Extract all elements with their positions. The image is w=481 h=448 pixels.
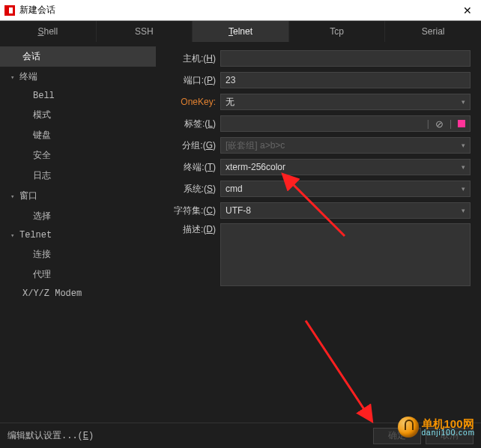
sidebar-item-select[interactable]: 选择 [0,206,156,226]
desc-label: 描述:(D) [160,223,220,236]
edit-defaults-link[interactable]: 编辑默认设置...(E) [7,429,94,442]
bottom-bar: 编辑默认设置...(E) 确定 取消 [0,423,481,448]
ok-button[interactable]: 确定 [373,428,421,444]
host-label: 主机:(H) [160,52,220,65]
chevron-down-icon: ▾ [462,163,465,171]
system-label: 系统:(S) [160,183,220,196]
port-label: 端口:(P) [160,74,220,87]
tag-label: 标签:(L) [160,118,220,130]
tab-serial[interactable]: Serial [385,21,481,42]
sidebar-item-session[interactable]: 会话 [0,46,156,67]
category-sidebar: 会话 终端 Bell 模式 键盘 安全 日志 窗口 选择 Telnet 连接 代… [0,42,156,420]
charset-label: 字符集:(C) [160,205,220,217]
close-icon[interactable]: ✕ [459,4,477,16]
terminal-label: 终端:(T) [160,161,220,174]
charset-select[interactable]: UTF-8▾ [220,202,471,219]
sidebar-group-window[interactable]: 窗口 [0,186,156,206]
onekey-label: OneKey: [160,97,220,107]
sidebar-item-connect[interactable]: 连接 [0,244,156,264]
tag-clear-icon[interactable]: ⊘ [435,118,444,130]
description-textarea[interactable] [220,223,471,286]
tab-ssh[interactable]: SSH [97,21,193,42]
divider: | [427,118,429,129]
chevron-down-icon: ▾ [462,142,465,149]
titlebar: 新建会话 ✕ [0,0,481,21]
sidebar-item-keyboard[interactable]: 键盘 [0,125,156,145]
port-input[interactable]: 23 [220,72,471,88]
onekey-select[interactable]: 无▾ [220,94,471,110]
sidebar-group-telnet[interactable]: Telnet [0,226,156,244]
host-input[interactable] [220,50,471,67]
chevron-down-icon: ▾ [462,185,465,193]
tab-tcp[interactable]: Tcp [289,21,386,42]
group-select[interactable]: [嵌套组] a>b>c▾ [220,137,471,154]
session-form: 主机:(H) 端口:(P) 23 OneKey: 无▾ 标签:(L) | ⊘ |… [156,42,481,420]
sidebar-item-xyzmodem[interactable]: X/Y/Z Modem [0,285,156,303]
tag-input[interactable]: | ⊘ | [220,115,471,132]
chevron-down-icon: ▾ [462,207,465,214]
sidebar-item-log[interactable]: 日志 [0,166,156,186]
sidebar-item-proxy[interactable]: 代理 [0,264,156,285]
protocol-tabs: Shell SSH Telnet Tcp Serial [0,21,481,42]
tag-color-swatch[interactable] [458,120,465,127]
window-title: 新建会话 [19,4,459,16]
system-select[interactable]: cmd▾ [220,181,471,197]
sidebar-item-bell[interactable]: Bell [0,87,156,105]
cancel-button[interactable]: 取消 [426,428,474,444]
terminal-select[interactable]: xterm-256color▾ [220,159,471,175]
sidebar-item-security[interactable]: 安全 [0,145,156,166]
divider: | [450,118,452,129]
tab-shell[interactable]: Shell [0,21,97,42]
app-logo-icon [4,5,15,16]
chevron-down-icon: ▾ [462,98,465,106]
content-area: 会话 终端 Bell 模式 键盘 安全 日志 窗口 选择 Telnet 连接 代… [0,42,481,420]
group-label: 分组:(G) [160,139,220,152]
sidebar-group-terminal[interactable]: 终端 [0,67,156,87]
sidebar-item-mode[interactable]: 模式 [0,105,156,125]
tab-telnet[interactable]: Telnet [193,21,289,42]
